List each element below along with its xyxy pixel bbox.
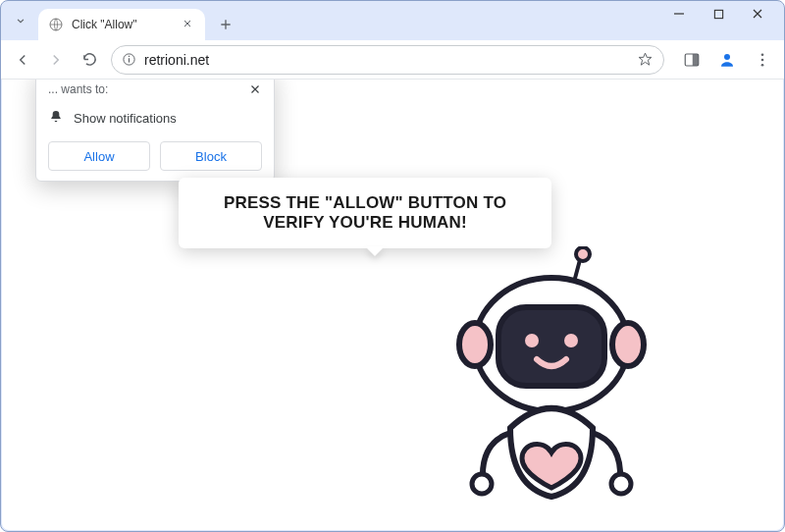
permission-capability: Show notifications [74,111,177,126]
svg-point-14 [459,323,491,366]
svg-point-17 [525,334,539,347]
svg-rect-6 [693,54,699,66]
tab-title: Click "Allow" [72,18,137,31]
reload-icon [81,51,98,68]
maximize-icon [713,9,724,20]
svg-point-9 [761,58,764,61]
close-window-button[interactable] [745,1,770,27]
bell-icon [48,109,64,128]
close-icon [752,8,763,20]
side-panel-icon [683,51,701,69]
menu-button[interactable] [751,48,774,72]
arrow-right-icon [47,51,65,69]
plus-icon [218,17,234,32]
globe-icon [48,17,64,32]
url-text: retrioni.net [144,52,629,68]
profile-icon [718,51,736,69]
bookmark-star-icon[interactable] [637,51,654,68]
svg-point-10 [761,63,764,66]
toolbar-right [680,48,774,72]
title-bar: Click "Allow" [1,1,784,40]
tab-strip: Click "Allow" [1,1,666,40]
chevron-down-icon [14,14,27,27]
toolbar: retrioni.net [1,40,784,80]
robot-icon [434,246,669,530]
svg-point-18 [564,334,578,347]
page-content: ... wants to: Show notifications Allow B… [2,80,783,530]
back-button[interactable] [11,48,34,72]
close-icon [182,18,193,29]
browser-window: Click "Allow" retrioni.net [0,0,785,532]
site-info-icon [122,52,136,67]
maximize-button[interactable] [706,1,731,27]
kebab-menu-icon [754,51,771,69]
svg-point-19 [472,474,492,494]
tab-search-button[interactable] [11,11,30,30]
svg-point-20 [611,474,631,494]
window-controls [666,1,784,40]
svg-rect-1 [714,10,722,18]
block-button[interactable]: Block [160,141,262,171]
svg-rect-16 [498,307,604,386]
permission-origin: ... wants to: [48,82,108,99]
new-tab-button[interactable] [213,12,238,37]
close-icon [248,82,262,96]
allow-button[interactable]: Allow [48,141,150,171]
svg-rect-3 [129,58,130,62]
permission-close-button[interactable] [248,82,262,99]
browser-tab[interactable]: Click "Allow" [38,9,205,40]
svg-point-8 [761,53,764,56]
tab-close-button[interactable] [182,18,195,31]
side-panel-button[interactable] [680,48,704,72]
svg-point-12 [576,247,590,261]
profile-button[interactable] [715,48,739,72]
block-button-label: Block [195,149,227,164]
speech-bubble: PRESS THE "ALLOW" BUTTON TO VERIFY YOU'R… [179,178,551,248]
robot-illustration [434,246,669,530]
reload-button[interactable] [78,48,101,72]
minimize-button[interactable] [666,1,692,27]
page-message: PRESS THE "ALLOW" BUTTON TO VERIFY YOU'R… [224,193,506,232]
forward-button[interactable] [44,48,68,72]
address-bar[interactable]: retrioni.net [111,45,664,75]
svg-point-7 [724,54,730,60]
allow-button-label: Allow [83,149,114,164]
svg-rect-4 [129,56,130,57]
notification-permission-popup: ... wants to: Show notifications Allow B… [35,80,275,182]
arrow-left-icon [14,51,31,69]
minimize-icon [673,8,685,20]
svg-point-15 [612,323,644,366]
